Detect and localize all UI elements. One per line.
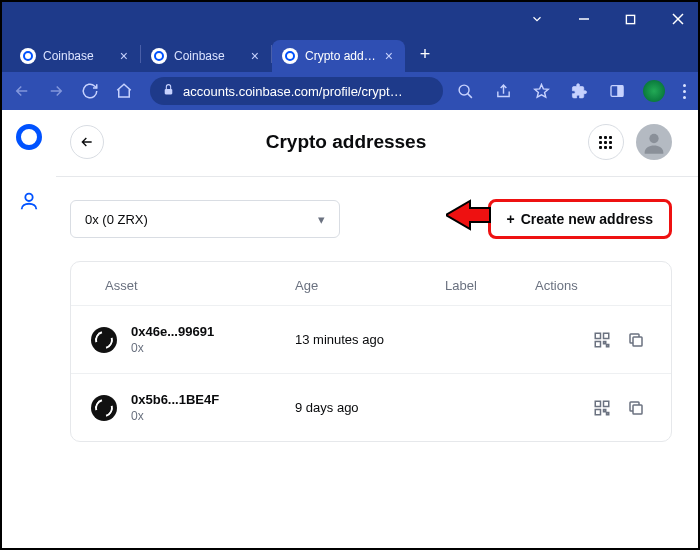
tab-title: Crypto add…	[305, 49, 376, 63]
browser-tab-active[interactable]: Crypto add… ×	[272, 40, 405, 72]
create-button-label: Create new address	[521, 211, 653, 227]
asset-symbol: 0x	[131, 409, 219, 423]
col-header-actions: Actions	[535, 278, 651, 293]
svg-point-10	[649, 134, 658, 143]
svg-point-9	[25, 194, 32, 201]
copy-icon[interactable]	[627, 331, 645, 349]
svg-point-5	[459, 85, 469, 95]
col-header-age: Age	[295, 278, 445, 293]
nav-back-button[interactable]	[10, 79, 34, 103]
create-new-address-button[interactable]: + Create new address	[488, 199, 672, 239]
nav-forward-button[interactable]	[44, 79, 68, 103]
svg-rect-15	[604, 341, 606, 343]
browser-tabstrip: Coinbase × Coinbase × Crypto add… × +	[2, 36, 698, 72]
sidepanel-icon[interactable]	[605, 79, 629, 103]
svg-rect-14	[595, 341, 600, 346]
window-maximize-button[interactable]	[616, 5, 645, 33]
age-text: 13 minutes ago	[295, 332, 445, 347]
page-title: Crypto addresses	[266, 131, 427, 153]
svg-rect-20	[595, 409, 600, 414]
svg-rect-18	[595, 401, 600, 406]
svg-rect-16	[607, 344, 609, 346]
coinbase-logo[interactable]	[16, 124, 42, 150]
svg-rect-19	[604, 401, 609, 406]
svg-rect-1	[626, 15, 634, 23]
addresses-table: Asset Age Label Actions 0x46e...99691 0x…	[70, 261, 672, 442]
lock-icon	[162, 83, 175, 99]
left-rail	[2, 110, 56, 548]
close-icon[interactable]: ×	[383, 48, 395, 64]
browser-toolbar: accounts.coinbase.com/profile/crypt…	[2, 72, 698, 110]
svg-rect-13	[604, 333, 609, 338]
svg-line-6	[467, 93, 471, 97]
extensions-icon[interactable]	[567, 79, 591, 103]
asset-dropdown[interactable]: 0x (0 ZRX) ▾	[70, 200, 340, 238]
zrx-icon	[91, 395, 117, 421]
plus-icon: +	[507, 211, 515, 227]
window-titlebar	[2, 2, 698, 36]
table-row: 0x5b6...1BE4F 0x 9 days ago	[71, 373, 671, 441]
url-text: accounts.coinbase.com/profile/crypt…	[183, 84, 431, 99]
callout-arrow-icon	[446, 195, 492, 235]
col-header-label: Label	[445, 278, 535, 293]
copy-icon[interactable]	[627, 399, 645, 417]
browser-tab[interactable]: Coinbase ×	[141, 40, 271, 72]
coinbase-favicon	[151, 48, 167, 64]
browser-menu-button[interactable]	[679, 84, 690, 99]
home-button[interactable]	[112, 79, 136, 103]
svg-marker-11	[446, 201, 490, 229]
browser-tab[interactable]: Coinbase ×	[10, 40, 140, 72]
dropdown-selected-value: 0x (0 ZRX)	[85, 212, 148, 227]
address-bar[interactable]: accounts.coinbase.com/profile/crypt…	[150, 77, 443, 105]
svg-rect-22	[607, 412, 609, 414]
tab-title: Coinbase	[43, 49, 111, 63]
close-icon[interactable]: ×	[249, 48, 261, 64]
apps-grid-button[interactable]	[588, 124, 624, 160]
zoom-icon[interactable]	[453, 79, 477, 103]
svg-rect-12	[595, 333, 600, 338]
coinbase-favicon	[282, 48, 298, 64]
svg-rect-4	[165, 89, 173, 94]
extension-badge[interactable]	[643, 80, 665, 102]
new-tab-button[interactable]: +	[411, 40, 439, 68]
close-icon[interactable]: ×	[118, 48, 130, 64]
qr-code-icon[interactable]	[593, 331, 611, 349]
avatar[interactable]	[636, 124, 672, 160]
reload-button[interactable]	[78, 79, 102, 103]
user-icon[interactable]	[18, 190, 40, 212]
coinbase-favicon	[20, 48, 36, 64]
window-minimize-button[interactable]	[569, 5, 598, 33]
col-header-asset: Asset	[105, 278, 295, 293]
chevron-down-icon[interactable]	[522, 5, 551, 33]
share-icon[interactable]	[491, 79, 515, 103]
svg-rect-21	[604, 409, 606, 411]
svg-rect-17	[633, 337, 642, 346]
qr-code-icon[interactable]	[593, 399, 611, 417]
zrx-icon	[91, 327, 117, 353]
address-text: 0x5b6...1BE4F	[131, 392, 219, 407]
tab-title: Coinbase	[174, 49, 242, 63]
back-button[interactable]	[70, 125, 104, 159]
table-row: 0x46e...99691 0x 13 minutes ago	[71, 305, 671, 373]
address-text: 0x46e...99691	[131, 324, 214, 339]
svg-rect-23	[633, 405, 642, 414]
asset-symbol: 0x	[131, 341, 214, 355]
window-close-button[interactable]	[663, 5, 692, 33]
svg-rect-8	[618, 86, 623, 97]
caret-down-icon: ▾	[318, 212, 325, 227]
table-header: Asset Age Label Actions	[71, 262, 671, 305]
main-content: Crypto addresses 0x (0 ZRX) ▾ + Cre	[56, 110, 698, 548]
bookmark-star-icon[interactable]	[529, 79, 553, 103]
age-text: 9 days ago	[295, 400, 445, 415]
